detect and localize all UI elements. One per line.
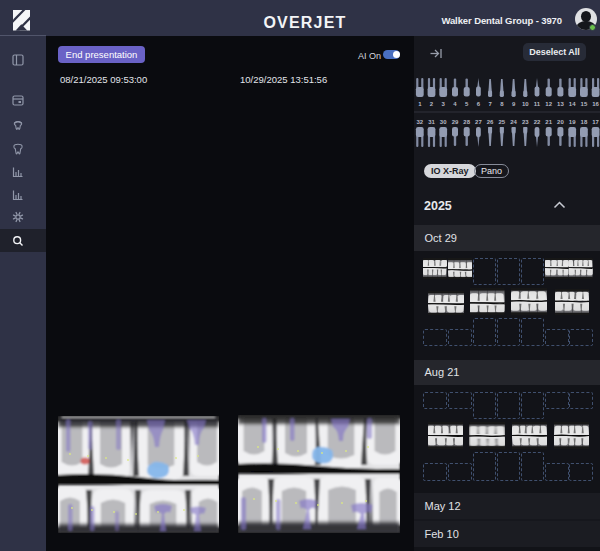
svg-text:9: 9 [512, 101, 516, 107]
svg-text:17: 17 [592, 119, 599, 125]
svg-text:4: 4 [453, 101, 457, 107]
svg-text:19: 19 [569, 119, 576, 125]
svg-text:20: 20 [557, 119, 564, 125]
svg-text:25: 25 [498, 119, 505, 125]
svg-text:21: 21 [545, 119, 552, 125]
svg-text:24: 24 [510, 119, 517, 125]
svg-text:27: 27 [475, 119, 482, 125]
svg-text:8: 8 [500, 101, 504, 107]
svg-text:11: 11 [534, 101, 541, 107]
svg-text:30: 30 [440, 119, 447, 125]
svg-text:16: 16 [592, 101, 599, 107]
svg-text:1: 1 [418, 101, 422, 107]
svg-text:14: 14 [569, 101, 576, 107]
svg-text:15: 15 [581, 101, 588, 107]
svg-text:7: 7 [488, 101, 492, 107]
svg-text:12: 12 [545, 101, 552, 107]
svg-text:5: 5 [465, 101, 469, 107]
svg-text:32: 32 [416, 119, 423, 125]
svg-text:31: 31 [428, 119, 435, 125]
svg-text:22: 22 [534, 119, 541, 125]
svg-text:13: 13 [557, 101, 564, 107]
svg-text:23: 23 [522, 119, 529, 125]
svg-text:28: 28 [463, 119, 470, 125]
svg-text:18: 18 [581, 119, 588, 125]
svg-text:3: 3 [442, 101, 446, 107]
svg-text:26: 26 [487, 119, 494, 125]
svg-text:29: 29 [452, 119, 459, 125]
svg-text:6: 6 [477, 101, 481, 107]
svg-text:2: 2 [430, 101, 434, 107]
svg-text:10: 10 [522, 101, 529, 107]
